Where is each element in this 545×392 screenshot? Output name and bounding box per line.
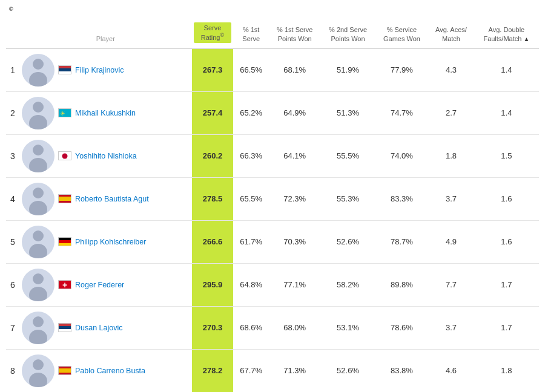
player-cell: Philipp Kohlschreiber (19, 220, 192, 263)
avatar (22, 54, 54, 87)
pct-2nd-serve-pts-won: 53.1% (320, 306, 375, 349)
svg-point-14 (33, 359, 44, 370)
player-cell: Pablo Carreno Busta (19, 349, 192, 392)
pct-service-games-won: 83.3% (375, 177, 429, 220)
svg-point-2 (33, 102, 44, 113)
col-avg-df[interactable]: Avg. DoubleFaults/Match ▲ (474, 20, 539, 48)
avg-aces-match: 3.7 (428, 306, 474, 349)
avatar (22, 97, 54, 129)
avg-double-faults-match: 1.7 (474, 306, 539, 349)
player-flag (58, 323, 71, 332)
avg-aces-match: 4.3 (428, 48, 474, 92)
svg-point-13 (29, 330, 47, 344)
col-1st-serve-pts-won[interactable]: % 1st ServePoints Won (269, 20, 320, 48)
player-flag (58, 280, 71, 289)
main-container: © Player ServeRating© % 1stServe % 1st S… (0, 0, 545, 392)
avatar (22, 183, 54, 215)
player-rank: 8 (6, 349, 19, 392)
svg-point-12 (33, 316, 44, 327)
svg-point-1 (29, 72, 47, 87)
serve-rating-value: 278.2 (192, 349, 234, 392)
player-rank: 7 (6, 306, 19, 349)
col-2nd-serve-pts-won[interactable]: % 2nd ServePoints Won (320, 20, 375, 48)
player-flag (58, 194, 71, 203)
avatar (22, 312, 54, 344)
serve-rating-value: 270.3 (192, 306, 234, 349)
serve-rating-value: 266.6 (192, 220, 234, 263)
pct-1st-serve: 61.7% (233, 220, 269, 263)
table-row: 3 Yoshihito Nishioka 260.266.3%64.1%55.5… (6, 134, 539, 177)
pct-2nd-serve-pts-won: 55.3% (320, 177, 375, 220)
avatar (22, 269, 54, 301)
svg-point-9 (29, 244, 47, 258)
pct-1st-serve: 66.5% (233, 48, 269, 92)
player-name[interactable]: Pablo Carreno Busta (75, 366, 145, 376)
serve-rating-value: 295.9 (192, 263, 234, 306)
player-name[interactable]: Yoshihito Nishioka (75, 151, 137, 161)
avg-aces-match: 2.7 (428, 91, 474, 134)
table-row: 4 Roberto Bautista Agut 278.565.5%72.3%5… (6, 177, 539, 220)
table-row: 8 Pablo Carreno Busta 278.267.7%71.3%52.… (6, 349, 539, 392)
player-cell: Mikhail Kukushkin (19, 91, 192, 134)
pct-1st-serve-pts-won: 68.1% (269, 48, 320, 92)
player-inner: Dusan Lajovic (22, 312, 190, 344)
serve-rating-header: ServeRating© (194, 22, 232, 43)
pct-1st-serve: 65.2% (233, 91, 269, 134)
avg-double-faults-match: 1.8 (474, 349, 539, 392)
avg-double-faults-match: 1.6 (474, 177, 539, 220)
table-body: 1 Filip Krajinovic 267.366.5%68.1%51.9%7… (6, 48, 539, 392)
player-cell: Roger Federer (19, 263, 192, 306)
avg-aces-match: 7.7 (428, 263, 474, 306)
avg-double-faults-match: 1.6 (474, 220, 539, 263)
serve-rating-value: 267.3 (192, 48, 234, 92)
player-inner: Roger Federer (22, 269, 190, 301)
avg-aces-match: 4.9 (428, 220, 474, 263)
col-serve-rating[interactable]: ServeRating© (192, 20, 234, 48)
table-title: © (6, 6, 539, 16)
table-row: 5 Philipp Kohlschreiber 266.661.7%70.3%5… (6, 220, 539, 263)
col-rank (6, 20, 19, 48)
player-flag (58, 366, 71, 375)
col-avg-aces[interactable]: Avg. Aces/Match (428, 20, 474, 48)
pct-2nd-serve-pts-won: 55.5% (320, 134, 375, 177)
player-rank: 2 (6, 91, 19, 134)
pct-1st-serve-pts-won: 77.1% (269, 263, 320, 306)
pct-1st-serve: 67.7% (233, 349, 269, 392)
player-name[interactable]: Roger Federer (75, 280, 124, 290)
avg-aces-match: 1.8 (428, 134, 474, 177)
player-name[interactable]: Philipp Kohlschreiber (75, 237, 146, 247)
serve-rating-value: 260.2 (192, 134, 234, 177)
avg-aces-match: 4.6 (428, 349, 474, 392)
pct-1st-serve-pts-won: 64.9% (269, 91, 320, 134)
player-name[interactable]: Roberto Bautista Agut (75, 194, 149, 204)
avatar (22, 354, 54, 387)
pct-1st-serve-pts-won: 68.0% (269, 306, 320, 349)
player-name[interactable]: Dusan Lajovic (75, 323, 123, 333)
sort-arrow-icon: ▲ (523, 36, 529, 42)
player-rank: 4 (6, 177, 19, 220)
table-header-row: Player ServeRating© % 1stServe % 1st Ser… (6, 20, 539, 48)
pct-1st-serve-pts-won: 71.3% (269, 349, 320, 392)
svg-point-15 (29, 373, 47, 387)
col-service-games-won[interactable]: % ServiceGames Won (375, 20, 429, 48)
player-inner: Mikhail Kukushkin (22, 97, 190, 129)
svg-point-4 (33, 145, 44, 155)
col-1st-serve[interactable]: % 1stServe (233, 20, 269, 48)
serve-rating-value: 278.5 (192, 177, 234, 220)
player-flag (58, 237, 71, 246)
player-inner: Philipp Kohlschreiber (22, 226, 190, 258)
player-flag (58, 65, 71, 74)
player-rank: 3 (6, 134, 19, 177)
player-name[interactable]: Mikhail Kukushkin (75, 108, 136, 118)
table-row: 7 Dusan Lajovic 270.368.6%68.0%53.1%78.6… (6, 306, 539, 349)
table-row: 1 Filip Krajinovic 267.366.5%68.1%51.9%7… (6, 48, 539, 92)
svg-point-7 (29, 201, 47, 215)
col-player: Player (19, 20, 192, 48)
svg-point-10 (33, 273, 44, 284)
player-name[interactable]: Filip Krajinovic (75, 65, 124, 75)
pct-2nd-serve-pts-won: 52.6% (320, 349, 375, 392)
pct-1st-serve-pts-won: 70.3% (269, 220, 320, 263)
player-inner: Yoshihito Nishioka (22, 140, 190, 172)
svg-point-3 (29, 115, 47, 129)
player-cell: Filip Krajinovic (19, 48, 192, 92)
